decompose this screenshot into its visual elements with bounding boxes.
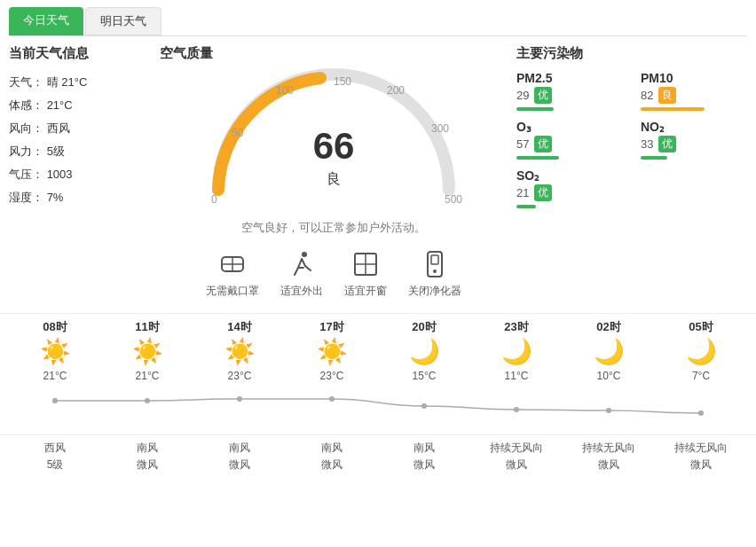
pollutant-row: 82 良 bbox=[641, 87, 747, 104]
wind-level-text: 微风 bbox=[690, 457, 712, 473]
wind-level-text: 微风 bbox=[506, 457, 527, 473]
wind-level-label: 风力： bbox=[9, 145, 43, 158]
middle-panel: 空气质量 0 50 100 150 200 300 500 66 bbox=[160, 45, 508, 299]
hour-label: 02时 bbox=[596, 319, 620, 335]
wind-item-6: 持续无风向 微风 bbox=[563, 441, 655, 473]
gauge-container: 0 50 100 150 200 300 500 66 良 bbox=[192, 66, 476, 216]
svg-text:300: 300 bbox=[431, 122, 449, 135]
wind-item-3: 南风 微风 bbox=[286, 441, 378, 473]
pollutant-bar bbox=[641, 156, 667, 160]
temp-label: 23°C bbox=[320, 370, 344, 382]
temp-curve-wrapper bbox=[0, 384, 756, 431]
icon-mask-label: 无需戴口罩 bbox=[206, 284, 259, 299]
wind-level-text: 微风 bbox=[598, 457, 619, 473]
temp-label: 15°C bbox=[413, 370, 437, 382]
temp-curve-svg bbox=[9, 384, 747, 428]
main-content: 当前天气信息 天气： 晴 21°C 体感： 21°C 风向： 西风 风力： 5级… bbox=[0, 36, 756, 308]
aqi-title: 空气质量 bbox=[160, 45, 213, 62]
temp-label: 23°C bbox=[228, 370, 252, 382]
wind-item-0: 西风 5级 bbox=[9, 441, 101, 473]
pollutant-badge: 优 bbox=[534, 87, 552, 104]
svg-point-10 bbox=[302, 252, 307, 257]
wind-item-5: 持续无风向 微风 bbox=[470, 441, 563, 473]
pollutant-item-2: O₃ 57 优 bbox=[516, 120, 623, 160]
pollutant-badge: 优 bbox=[534, 136, 552, 152]
wind-level-text: 5级 bbox=[47, 457, 64, 473]
pollutant-value: 33 bbox=[641, 137, 653, 151]
wind-level-row: 风力： 5级 bbox=[9, 140, 151, 163]
aqi-section: 空气质量 0 50 100 150 200 300 500 66 bbox=[160, 45, 508, 299]
hourly-item-2: 14时 ☀️ 23°C bbox=[193, 319, 286, 382]
tab-tomorrow[interactable]: 明日天气 bbox=[85, 7, 161, 35]
pressure-label: 气压： bbox=[9, 168, 43, 181]
pressure-value: 1003 bbox=[47, 168, 73, 181]
wind-dir-row: 风向： 西风 bbox=[9, 117, 151, 140]
weather-value: 晴 21°C bbox=[47, 75, 88, 89]
run-icon bbox=[286, 248, 318, 280]
pollutants-title: 主要污染物 bbox=[516, 45, 747, 62]
pollutant-value: 82 bbox=[641, 89, 653, 102]
wind-item-7: 持续无风向 微风 bbox=[655, 441, 747, 473]
temp-dot bbox=[145, 398, 150, 403]
hour-label: 05时 bbox=[689, 319, 713, 335]
hourly-item-3: 17时 ☀️ 23°C bbox=[286, 319, 378, 382]
pollutant-name: NO₂ bbox=[641, 120, 747, 134]
weather-info: 天气： 晴 21°C 体感： 21°C 风向： 西风 风力： 5级 气压： 10… bbox=[9, 71, 151, 209]
pressure-row: 气压： 1003 bbox=[9, 163, 151, 186]
pollutant-item-4: SO₂ 21 优 bbox=[516, 168, 623, 208]
wind-dir-text: 西风 bbox=[44, 441, 66, 456]
mask-icon bbox=[217, 248, 248, 280]
temp-dot bbox=[606, 408, 611, 413]
weather-icon: 🌙 bbox=[409, 337, 440, 366]
temp-dot bbox=[421, 403, 427, 409]
wind-dir-text: 南风 bbox=[229, 441, 250, 456]
pollutant-bar bbox=[641, 107, 705, 111]
weather-icon: ☀️ bbox=[132, 337, 163, 366]
temp-label: 21°C bbox=[43, 370, 67, 382]
humidity-row: 湿度： 7% bbox=[9, 186, 151, 209]
pollutant-item-1: PM10 82 良 bbox=[641, 71, 747, 111]
icon-run-label: 适宜外出 bbox=[280, 284, 323, 299]
pollutant-value: 29 bbox=[516, 89, 529, 102]
weather-label: 天气： bbox=[9, 75, 43, 89]
svg-text:50: 50 bbox=[232, 127, 244, 139]
wind-dir-text: 南风 bbox=[321, 441, 343, 456]
weather-icon: 🌙 bbox=[594, 337, 625, 366]
temp-label: 10°C bbox=[597, 370, 621, 382]
tab-today[interactable]: 今日天气 bbox=[9, 7, 83, 35]
wind-level-text: 微风 bbox=[413, 457, 435, 473]
pollutant-bar bbox=[516, 107, 554, 111]
humidity-label: 湿度： bbox=[9, 191, 43, 204]
weather-icon: ☀️ bbox=[40, 337, 71, 366]
weather-icon: ☀️ bbox=[224, 337, 256, 366]
pollutant-value: 21 bbox=[516, 186, 529, 199]
hour-label: 08时 bbox=[43, 319, 67, 335]
weather-icon: 🌙 bbox=[501, 337, 532, 366]
weather-info-title: 当前天气信息 bbox=[9, 45, 151, 62]
svg-rect-15 bbox=[431, 255, 438, 264]
aqi-number: 66 bbox=[313, 128, 355, 165]
feels-like-label: 体感： bbox=[9, 98, 43, 112]
weather-icon: ☀️ bbox=[317, 337, 348, 366]
wind-item-4: 南风 微风 bbox=[378, 441, 470, 473]
aqi-icons-row: 无需戴口罩 适宜外出 适宜开窗 bbox=[206, 248, 461, 299]
pollutant-row: 57 优 bbox=[516, 136, 623, 152]
aqi-desc: 空气良好，可以正常参加户外活动。 bbox=[241, 220, 426, 236]
icon-window: 适宜开窗 bbox=[344, 248, 387, 299]
aqi-level: 良 bbox=[327, 170, 341, 189]
icon-window-label: 适宜开窗 bbox=[344, 284, 387, 299]
hourly-item-6: 02时 🌙 10°C bbox=[563, 319, 655, 382]
svg-text:500: 500 bbox=[445, 193, 462, 206]
icon-purifier: 关闭净化器 bbox=[408, 248, 461, 299]
wind-dir-text: 南风 bbox=[137, 441, 158, 456]
wind-item-2: 南风 微风 bbox=[193, 441, 286, 473]
temp-label: 11°C bbox=[505, 370, 529, 382]
hourly-item-0: 08时 ☀️ 21°C bbox=[9, 319, 101, 382]
purifier-icon bbox=[419, 248, 451, 280]
weather-row: 天气： 晴 21°C bbox=[9, 71, 151, 94]
pollutant-item-0: PM2.5 29 优 bbox=[516, 71, 623, 111]
pollutant-row: 29 优 bbox=[516, 87, 623, 104]
wind-dir-text: 持续无风向 bbox=[674, 441, 728, 456]
wind-dir-value: 西风 bbox=[47, 121, 70, 135]
svg-text:100: 100 bbox=[276, 84, 294, 97]
